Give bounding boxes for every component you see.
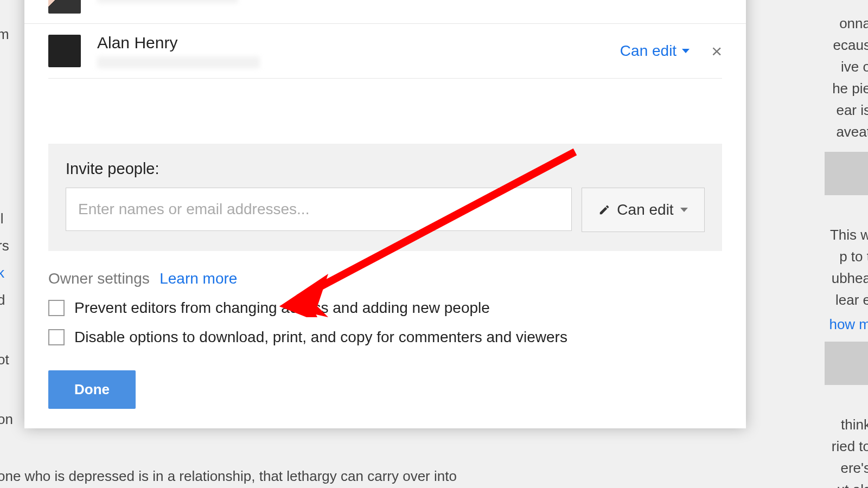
done-button[interactable]: Done [48, 370, 136, 409]
permission-label: Can edit [620, 42, 676, 60]
bg-text: aveat [836, 119, 868, 145]
person-name: Alan Henry [97, 34, 620, 52]
bg-text: ut als [837, 477, 868, 488]
invite-label: Invite people: [66, 160, 705, 178]
disable-download-checkbox[interactable] [48, 329, 65, 345]
avatar [48, 0, 81, 14]
bg-text: lear e [835, 287, 868, 313]
person-email-redacted [97, 56, 260, 68]
avatar [48, 35, 81, 67]
owner-option-label: Disable options to download, print, and … [74, 329, 567, 346]
person-row: Alan Henry Can edit × [24, 23, 746, 78]
caret-down-icon [680, 208, 688, 212]
bg-text: il [0, 206, 4, 232]
bg-thumbnail [825, 342, 868, 385]
share-dialog: Alan Henry Can edit × Invite people: Ent… [24, 0, 746, 428]
caret-down-icon [682, 49, 690, 53]
invite-permission-dropdown[interactable]: Can edit [582, 188, 705, 232]
owner-option-row: Prevent editors from changing access and… [48, 299, 722, 317]
bg-text: on [0, 407, 13, 432]
invite-permission-label: Can edit [617, 201, 673, 219]
owner-option-label: Prevent editors from changing access and… [74, 299, 490, 317]
bg-text: rs [0, 233, 9, 259]
learn-more-link[interactable]: Learn more [159, 270, 237, 287]
bg-text: m [0, 22, 9, 47]
owner-option-row: Disable options to download, print, and … [48, 329, 722, 346]
bg-thumbnail [825, 152, 868, 195]
bg-text: d [0, 287, 5, 313]
person-row [24, 0, 746, 23]
divider [48, 78, 722, 79]
person-email-redacted [97, 0, 238, 3]
remove-person-button[interactable]: × [711, 42, 722, 60]
owner-settings-heading: Owner settings [48, 270, 150, 287]
invite-input[interactable]: Enter names or email addresses... [66, 188, 572, 231]
bg-text: one who is depressed is in a relationshi… [0, 464, 457, 488]
owner-settings-section: Owner settings Learn more Prevent editor… [48, 270, 722, 346]
bg-text: k [0, 260, 4, 286]
invite-section: Invite people: Enter names or email addr… [48, 144, 722, 251]
bg-text: ot [0, 347, 9, 373]
permission-dropdown[interactable]: Can edit [620, 42, 690, 60]
bg-text: how m [829, 312, 868, 337]
prevent-editors-checkbox[interactable] [48, 300, 65, 316]
pencil-icon [598, 204, 610, 216]
